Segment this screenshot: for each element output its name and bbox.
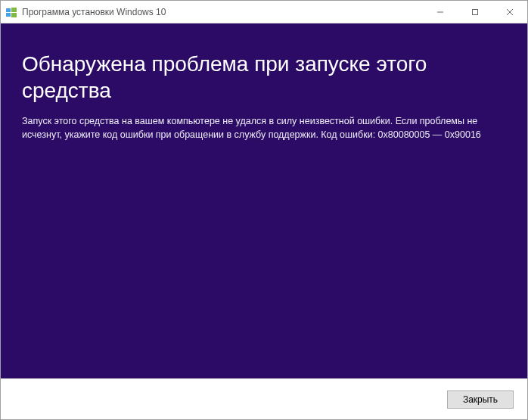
close-window-button[interactable]: [492, 1, 527, 23]
error-message: Запуск этого средства на вашем компьютер…: [22, 114, 506, 142]
window-controls: [423, 1, 527, 23]
svg-rect-0: [6, 8, 11, 12]
footer: Закрыть: [1, 378, 527, 419]
maximize-button[interactable]: [458, 1, 492, 23]
error-heading: Обнаружена проблема при запуске этого ср…: [22, 51, 506, 104]
minimize-button[interactable]: [423, 1, 458, 23]
svg-rect-1: [11, 8, 17, 12]
svg-rect-5: [473, 9, 478, 14]
svg-rect-3: [11, 13, 17, 17]
content-area: Обнаружена проблема при запуске этого ср…: [1, 23, 527, 378]
app-icon: [5, 6, 17, 18]
close-button[interactable]: Закрыть: [447, 390, 514, 409]
titlebar: Программа установки Windows 10: [1, 1, 527, 23]
svg-rect-2: [6, 13, 11, 17]
window-title: Программа установки Windows 10: [22, 7, 423, 17]
installer-window: Программа установки Windows 10 Обнаружен…: [0, 0, 528, 420]
